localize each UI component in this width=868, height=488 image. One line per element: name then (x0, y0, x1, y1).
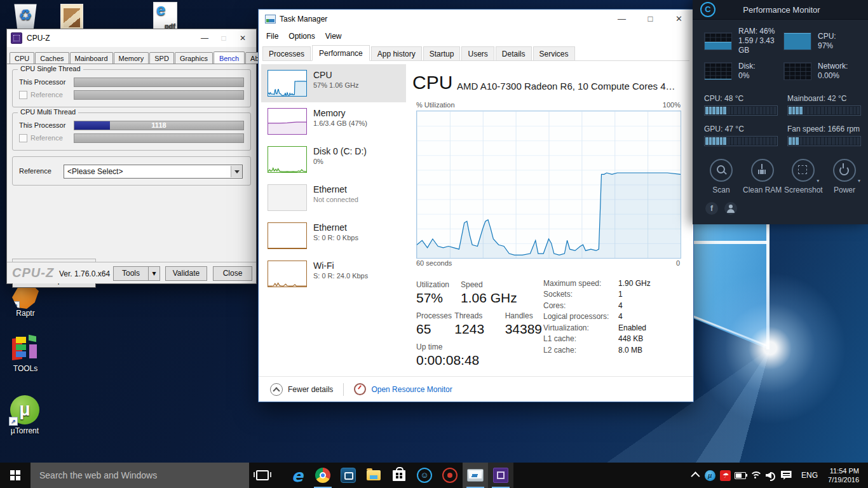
validate-button[interactable]: Validate (165, 266, 207, 281)
cpuz-tab-caches[interactable]: Caches (35, 52, 69, 64)
facebook-icon[interactable]: f (705, 202, 718, 215)
taskbar-file-explorer-button[interactable] (361, 463, 386, 488)
cpuz-tab-graphics[interactable]: Graphics (175, 52, 213, 64)
tray-volume-button[interactable] (763, 463, 778, 488)
taskmgr-tab-processes[interactable]: Processes (262, 46, 311, 60)
taskmgr-titlebar[interactable]: Task Manager — □ ✕ (259, 10, 693, 29)
cpuz-body: CPU Single Thread This Processor Referen… (7, 64, 256, 262)
taskmgr-sidebar-item-cpu[interactable]: CPU57% 1.06 GHz (261, 64, 406, 102)
taskmgr-tab-startup[interactable]: Startup (423, 46, 461, 60)
perfmon-tile-disk: Disk:0% (704, 62, 783, 81)
desktop-icon-tools[interactable]: TOOLs (10, 336, 41, 373)
taskmgr-sidebar-item-wi-fi[interactable]: Wi-FiS: 0 R: 24.0 Kbps (261, 255, 406, 293)
perfmon-temperature-gauges: CPU: 48 °CMainboard: 42 °CGPU: 47 °CFan … (704, 94, 863, 146)
minimize-icon[interactable]: — (195, 31, 214, 45)
person-icon[interactable] (724, 202, 737, 215)
axis-label-0: 0 (676, 259, 680, 267)
maximize-icon[interactable]: □ (636, 10, 665, 29)
taskbar-task-manager-button[interactable] (463, 463, 488, 488)
detail-value-sockets: 1 (618, 290, 623, 299)
stat-label-speed: Speed (461, 280, 519, 289)
taskmgr-tab-users[interactable]: Users (461, 46, 494, 60)
tray-chevron-up-button[interactable] (687, 463, 702, 488)
cpuz-titlebar[interactable]: CPU-Z — □ ✕ (7, 29, 256, 47)
taskmgr-tab-performance[interactable]: Performance (312, 45, 370, 61)
stat-value-uptime: 0:00:08:48 (416, 353, 461, 368)
tools-button[interactable]: Tools (113, 266, 149, 281)
stat-value-processes: 65 (416, 322, 454, 337)
power-button[interactable]: ▾Power (825, 159, 864, 194)
chevron-down-icon[interactable]: ▾ (858, 178, 860, 184)
taskbar-cpuz-button[interactable] (488, 463, 513, 488)
chevron-down-icon[interactable] (231, 166, 242, 177)
search-input[interactable] (31, 463, 249, 488)
cpuz-tab-memory[interactable]: Memory (114, 52, 149, 64)
sidebar-item-detail: Not connected (313, 196, 358, 203)
chart-axis-bottom: 60 seconds 0 (416, 259, 680, 267)
ethernet-sparkline (268, 184, 307, 211)
tray-avira-button[interactable] (717, 463, 733, 488)
reference-select[interactable]: <Please Select> (64, 165, 243, 179)
desktop-icon-recycle-bin[interactable] (9, 1, 42, 29)
close-icon[interactable]: ✕ (233, 31, 252, 45)
start-button[interactable] (0, 463, 31, 488)
taskbar-driver-booster-button[interactable] (437, 463, 463, 488)
taskmgr-tab-services[interactable]: Services (533, 46, 575, 60)
chart-axis-top: % Utilization 100% (416, 101, 681, 109)
reference-checkbox[interactable] (19, 91, 27, 99)
desktop-icon-picture[interactable] (59, 4, 85, 32)
cpuz-tab-spd[interactable]: SPD (149, 52, 174, 64)
taskmgr-sidebar-item-disk-0-c-d[interactable]: Disk 0 (C: D:)0% (261, 140, 406, 179)
taskmgr-sidebar-item-memory[interactable]: Memory1.6/3.4 GB (47%) (261, 102, 406, 140)
reference-checkbox[interactable] (19, 134, 27, 142)
taskbar-clock[interactable]: 11:54 PM 7/19/2016 (825, 466, 864, 484)
edge-pdf-file-icon (153, 2, 177, 31)
tray-battery-button[interactable] (733, 463, 748, 488)
close-button[interactable]: Close (213, 266, 252, 281)
close-icon[interactable]: ✕ (665, 10, 693, 29)
fewer-details-button[interactable]: Fewer details (288, 385, 333, 394)
taskmgr-menu-options[interactable]: Options (283, 32, 320, 41)
tray-action-center-button[interactable] (778, 463, 794, 488)
taskmgr-sidebar-item-ethernet[interactable]: EthernetS: 0 R: 0 Kbps (261, 217, 406, 255)
taskmgr-sidebar-item-ethernet[interactable]: EthernetNot connected (261, 179, 406, 217)
cpuz-tab-bench[interactable]: Bench (214, 51, 245, 64)
chevron-down-icon[interactable]: ▾ (817, 178, 819, 184)
taskbar-edge-button[interactable] (285, 463, 310, 488)
minimize-icon[interactable]: — (607, 10, 636, 29)
desktop-icon-label: TOOLs (10, 364, 41, 373)
language-indicator[interactable]: ENG (796, 471, 823, 480)
stat-label-utilization: Utilization (416, 280, 461, 289)
taskmgr-footer: Fewer details Open Resource Monitor (259, 376, 693, 402)
desktop-icon-raptr[interactable]: Raptr (10, 283, 41, 318)
taskbar-chrome-button[interactable] (310, 463, 336, 488)
tray-wifi-button[interactable] (748, 463, 763, 488)
desktop-icon-utorrent[interactable]: µTorrent (8, 395, 42, 435)
task-view-button[interactable] (249, 463, 276, 488)
desktop-icon-pdf[interactable] (151, 2, 179, 31)
avira-icon (720, 470, 731, 481)
chevron-up-icon[interactable] (270, 383, 283, 396)
taskmgr-tab-details[interactable]: Details (496, 46, 532, 60)
taskmgr-tab-app-history[interactable]: App history (371, 46, 422, 60)
cpuz-tab-mainboard[interactable]: Mainboard (70, 52, 113, 64)
segment-bar (704, 105, 778, 116)
tray-utorrent-button[interactable] (702, 463, 717, 488)
taskmgr-menu-view[interactable]: View (320, 32, 347, 41)
detail-value-logical-processors: 4 (618, 312, 623, 321)
tools-dropdown-icon[interactable]: ▾ (148, 266, 160, 281)
open-resource-monitor-link[interactable]: Open Resource Monitor (371, 385, 452, 394)
screenshot-button[interactable]: ▾Screenshot (783, 159, 823, 194)
taskbar-systemcare-button[interactable] (412, 463, 437, 488)
clean-ram-button[interactable]: Clean RAM (743, 159, 782, 194)
perfmon-header[interactable]: C Performance Monitor (693, 0, 868, 20)
taskbar-windows-store-button[interactable] (386, 463, 412, 488)
sidebar-item-detail: S: 0 R: 24.0 Kbps (313, 272, 368, 280)
group-label: CPU Multi Thread (18, 108, 78, 116)
sidebar-item-name: Ethernet (313, 222, 358, 233)
cpuz-tab-cpu[interactable]: CPU (10, 52, 34, 64)
scan-button[interactable]: Scan (702, 159, 741, 194)
taskbar-daemon-tools-button[interactable] (336, 463, 361, 488)
single-thread-reference-bar (74, 90, 244, 100)
taskmgr-menu-file[interactable]: File (261, 32, 283, 41)
